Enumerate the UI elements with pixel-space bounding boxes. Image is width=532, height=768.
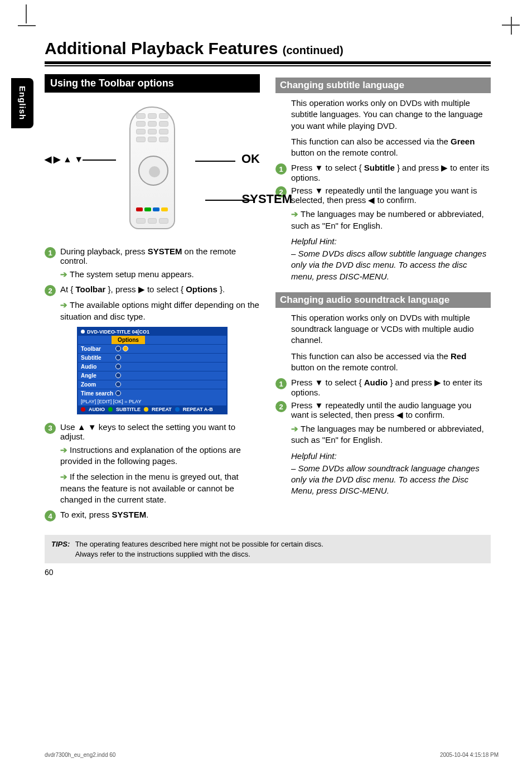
- paragraph: This operation works only on DVDs with m…: [291, 312, 491, 346]
- text: AUDIO: [89, 407, 105, 412]
- remote-body: [129, 107, 175, 229]
- osd-menu: DVD-VIDEO-TITLE 04[CO1 Options Toolbar S…: [77, 327, 228, 414]
- footer-file: dvdr7300h_eu_eng2.indd 60: [45, 752, 115, 758]
- green-button-icon: [144, 207, 151, 211]
- footer-date: 2005-10-04 4:15:18 PM: [440, 752, 499, 758]
- tips-box: TIPS: The operating features described h…: [45, 535, 491, 563]
- step-1: 1 Press ▼ to select { Audio } and press …: [275, 378, 491, 397]
- step-body: Press ▼ repeatedly until the audio langu…: [291, 400, 491, 420]
- tips-line-2: Always refer to the instructions supplie…: [75, 550, 250, 558]
- text: REPEAT A-B: [183, 407, 213, 412]
- remote-button: [159, 129, 168, 134]
- paragraph: This operation works only on DVDs with m…: [291, 98, 491, 132]
- text-bold: Options: [186, 284, 217, 294]
- yellow-button-icon: [161, 207, 168, 211]
- step-body: To exit, press SYSTEM.: [60, 510, 148, 519]
- crop-mark: [18, 25, 36, 26]
- text-bold: Red: [451, 351, 466, 361]
- remote-button: [159, 113, 168, 119]
- step-number-icon: 1: [275, 163, 287, 175]
- step-1: 1 Press ▼ to select { Subtitle } and pre…: [275, 163, 491, 182]
- osd-label: Angle: [81, 373, 115, 379]
- print-footer: dvdr7300h_eu_eng2.indd 60 2005-10-04 4:1…: [45, 752, 499, 758]
- step-number-icon: 1: [45, 247, 56, 258]
- remote-button: [148, 129, 157, 134]
- hint-body: – Some DVDs allow soundtrack language ch…: [291, 463, 491, 497]
- step-body: Press ▼ to select { Audio } and press ▶ …: [291, 378, 491, 397]
- osd-row-toolbar: Toolbar: [78, 344, 226, 353]
- language-tab: English: [11, 78, 33, 128]
- disc-icon: [81, 330, 85, 334]
- text: }.: [217, 284, 225, 294]
- osd-row-audio: Audio: [78, 362, 226, 371]
- text: REPEAT: [152, 407, 172, 412]
- crop-mark: [511, 17, 512, 35]
- arrow-icon: ➔: [60, 300, 67, 310]
- text: The languages may be numbered or abbrevi…: [291, 424, 484, 445]
- paragraph: This function can also be accessed via t…: [291, 351, 491, 374]
- text: }, press ▶ to select {: [105, 284, 186, 294]
- remote-button: [136, 137, 146, 142]
- text: The available options might differ depen…: [60, 300, 259, 321]
- step-2: 2 Press ▼ repeatedly until the audio lan…: [275, 400, 491, 420]
- step-4: 4 To exit, press SYSTEM.: [45, 510, 260, 521]
- text-bold: Toolbar: [76, 284, 106, 294]
- text: Press ▼ to select {: [291, 378, 364, 387]
- subhead-subtitle-language: Changing subtitle language: [275, 78, 491, 93]
- remote-top-buttons: [136, 113, 168, 142]
- arrow-icon: ➔: [60, 472, 67, 481]
- step-number-icon: 4: [45, 510, 56, 521]
- osd-label: Toolbar: [81, 346, 115, 352]
- blue-dot-icon: [175, 407, 180, 412]
- text-bold: Subtitle: [364, 163, 395, 172]
- text-bold: SYSTEM: [112, 510, 147, 519]
- text: Press ▼ repeatedly until the audio langu…: [291, 400, 471, 419]
- step-2: 2 At { Toolbar }, press ▶ to select { Op…: [45, 284, 260, 296]
- step-2: 2 Press ▼ repeatedly until the language …: [275, 186, 491, 205]
- ok-label: OK: [241, 152, 260, 166]
- osd-label: Zoom: [81, 381, 115, 388]
- step-number-icon: 2: [275, 401, 287, 412]
- rule: [45, 65, 491, 66]
- text: The languages may be numbered or abbrevi…: [291, 209, 484, 230]
- remote-button: [148, 121, 157, 127]
- osd-footer-legend: AUDIO SUBTITLE REPEAT REPEAT A-B: [78, 405, 226, 413]
- step-3: 3 Use ▲ ▼ keys to select the setting you…: [45, 422, 260, 441]
- remote-button: [136, 121, 146, 127]
- text: If the selection in the menu is greyed o…: [60, 472, 239, 504]
- radio-dot-icon: [115, 355, 121, 360]
- hint-head: Helpful Hint:: [291, 236, 491, 247]
- arrow-icon: ➔: [291, 209, 298, 219]
- osd-row-time-search: Time search: [78, 389, 226, 398]
- remote-dpad: [138, 156, 168, 186]
- arrow-icon: ➔: [60, 445, 67, 455]
- text: This function can also be accessed via t…: [291, 351, 451, 361]
- arrow-keys-label: ◀ ▶ ▲ ▼: [45, 154, 83, 165]
- osd-footer-hint: [PLAY] [EDIT] [OK] = PLAY: [78, 398, 226, 405]
- paragraph: This function can also be accessed via t…: [291, 136, 491, 159]
- yellow-dot-icon: [144, 407, 148, 412]
- page-title: Additional Playback Features (continued): [45, 39, 491, 58]
- step-body: During playback, press SYSTEM on the rem…: [60, 247, 260, 265]
- text: button on the remote control.: [291, 148, 398, 157]
- remote-illustration: ◀ ▶ ▲ ▼: [45, 98, 260, 238]
- radio-dot-icon: [115, 364, 121, 369]
- osd-row-zoom: Zoom: [78, 380, 226, 389]
- step-number-icon: 3: [45, 423, 56, 434]
- page-number: 60: [45, 568, 491, 577]
- step-number-icon: 2: [45, 285, 56, 296]
- crop-mark: [502, 25, 520, 26]
- step-result: ➔The system setup menu appears.: [60, 269, 260, 280]
- hint-block: Helpful Hint: – Some DVDs allow soundtra…: [291, 451, 491, 497]
- remote-color-row: [136, 207, 168, 211]
- arrow-icon: ➔: [291, 424, 298, 433]
- remote-button: [148, 113, 157, 119]
- text: Instructions and explanation of the opti…: [60, 445, 241, 466]
- remote-button: [148, 218, 157, 224]
- step-result: ➔The available options might differ depe…: [60, 300, 260, 322]
- hint-head: Helpful Hint:: [291, 451, 491, 462]
- text: This function can also be accessed via t…: [291, 137, 451, 146]
- hint-body: – Some DVDs discs allow subtitle languag…: [291, 248, 491, 282]
- step-body: At { Toolbar }, press ▶ to select { Opti…: [60, 284, 225, 294]
- remote-button: [136, 113, 146, 119]
